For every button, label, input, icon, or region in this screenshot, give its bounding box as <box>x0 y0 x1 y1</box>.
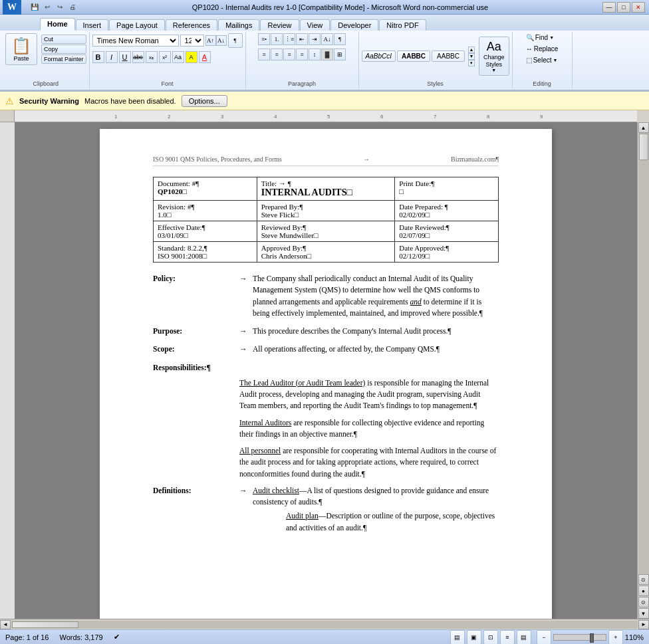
font-size-select[interactable]: 12 <box>180 35 204 47</box>
style-emphasis[interactable]: AaBbCcI <box>362 51 396 62</box>
bold-button[interactable]: B <box>92 51 104 63</box>
replace-button[interactable]: ↔ Replace <box>525 45 560 53</box>
tab-home[interactable]: Home <box>40 18 75 31</box>
h-scroll-track[interactable] <box>11 621 638 629</box>
line-spacing-button[interactable]: ↕ <box>309 49 321 60</box>
style-heading2[interactable]: AABBC <box>432 51 465 62</box>
view-fullscreen-button[interactable]: ▣ <box>467 630 481 645</box>
svg-text:4: 4 <box>274 114 277 120</box>
font-name-select[interactable]: Times New Roman <box>92 35 179 47</box>
italic-button[interactable]: I <box>106 51 118 63</box>
table-cell-doc-number: Document: #¶ QP1020□ <box>154 177 257 201</box>
zoom-slider[interactable] <box>553 634 606 641</box>
align-right-button[interactable]: ≡ <box>283 49 295 60</box>
h-scroll-thumb[interactable] <box>12 621 78 628</box>
maximize-button[interactable]: □ <box>617 2 630 13</box>
numbering-button[interactable]: 1. <box>271 33 283 45</box>
save-qa-button[interactable]: 💾 <box>29 2 40 13</box>
scroll-up-button[interactable]: ▲ <box>638 122 649 133</box>
styles-scroll-up[interactable]: ▲ <box>468 47 475 53</box>
clear-formatting-button[interactable]: ¶ <box>228 33 243 48</box>
horizontal-scrollbar[interactable]: ◄ ► <box>0 619 649 629</box>
minimize-button[interactable]: — <box>602 2 616 13</box>
security-warning-label: Security Warning <box>19 97 79 105</box>
zoom-out-button[interactable]: − <box>537 630 551 645</box>
font-content: Times New Roman 12 A↑ A↓ ¶ B I <box>92 33 243 79</box>
find-button[interactable]: 🔍 Find ▼ <box>525 33 555 42</box>
undo-qa-button[interactable]: ↩ <box>42 2 53 13</box>
scroll-thumb[interactable] <box>639 134 648 160</box>
style-heading1[interactable]: AABBC <box>397 51 430 62</box>
font-row2: B I U abc x₂ x² Aa A A <box>92 51 211 63</box>
subscript-button[interactable]: x₂ <box>146 51 158 63</box>
paste-button[interactable]: 📋 Paste <box>5 33 37 65</box>
tab-page-layout[interactable]: Page Layout <box>109 19 165 31</box>
styles-expand[interactable]: ▾ <box>468 60 475 66</box>
definitions-section: Definitions: → Audit checklist—A list of… <box>153 485 499 534</box>
tab-insert[interactable]: Insert <box>76 19 109 31</box>
document-page: ISO 9001 QMS Policies, Procedures, and F… <box>100 129 552 619</box>
bullets-button[interactable]: ≡• <box>258 33 270 45</box>
copy-button[interactable]: Copy <box>41 45 86 54</box>
print-qa-button[interactable]: 🖨 <box>67 2 78 13</box>
view-web-button[interactable]: ⊡ <box>483 630 498 645</box>
table-row: Effective Date:¶ 03/01/09□ Reviewed By:¶… <box>154 221 499 242</box>
text-highlight-button[interactable]: A <box>186 51 197 63</box>
borders-button[interactable]: ⊞ <box>334 49 346 60</box>
change-case-button[interactable]: Aa <box>172 51 184 63</box>
change-styles-button[interactable]: Aa ChangeStyles ▼ <box>479 37 509 76</box>
view-print-button[interactable]: ▤ <box>450 630 465 645</box>
decrease-indent-button[interactable]: ⇤ <box>296 33 308 45</box>
options-button[interactable]: Options... <box>182 95 227 107</box>
view-draft-button[interactable]: ▤ <box>517 630 531 645</box>
scroll-right-button[interactable]: ► <box>638 620 649 629</box>
shading-button[interactable]: ▓ <box>321 49 333 60</box>
style-items: AaBbCcI AABBC AABBC <box>362 51 465 62</box>
redo-qa-button[interactable]: ↪ <box>55 2 65 13</box>
cut-button[interactable]: Cut <box>41 35 86 44</box>
superscript-button[interactable]: x² <box>159 51 171 63</box>
view-outline-button[interactable]: ≡ <box>500 630 515 645</box>
responsibilities-block-3: All personnel are responsible for cooper… <box>239 445 499 480</box>
multilevel-button[interactable]: ⋮≡ <box>283 33 295 45</box>
decrease-font-button[interactable]: A↓ <box>216 35 227 46</box>
align-center-button[interactable]: ≡ <box>271 49 283 60</box>
underline-button[interactable]: U <box>119 51 131 63</box>
tab-review[interactable]: Review <box>260 19 299 31</box>
styles-scroll-down[interactable]: ▼ <box>468 53 475 60</box>
zoom-in-button[interactable]: + <box>608 630 623 645</box>
sort-button[interactable]: A↓ <box>321 33 333 45</box>
scroll-left-button[interactable]: ◄ <box>0 620 11 629</box>
close-button[interactable]: ✕ <box>632 2 645 13</box>
increase-indent-button[interactable]: ⇥ <box>309 33 321 45</box>
next-page-button[interactable]: ⊙ <box>638 597 649 607</box>
styles-scroll-controls: ▲ ▼ ▾ <box>468 47 475 66</box>
replace-icon: ↔ <box>526 45 533 53</box>
tab-view[interactable]: View <box>300 19 330 31</box>
security-warning-message: Macros have been disabled. <box>84 97 176 105</box>
ruler-svg: 1 2 3 4 5 6 7 8 9 <box>15 110 637 122</box>
purpose-label: Purpose: <box>153 326 239 337</box>
font-color-button[interactable]: A <box>199 51 211 63</box>
strikethrough-button[interactable]: abc <box>132 51 144 63</box>
tab-references[interactable]: References <box>166 19 217 31</box>
align-left-button[interactable]: ≡ <box>258 49 270 60</box>
select-browse-button[interactable]: ● <box>638 586 649 596</box>
scroll-track[interactable] <box>638 133 649 574</box>
tab-developer[interactable]: Developer <box>330 19 378 31</box>
ruler-area: 1 2 3 4 5 6 7 8 9 <box>0 110 649 122</box>
increase-font-button[interactable]: A↑ <box>205 35 216 46</box>
tab-nitro-pdf[interactable]: Nitro PDF <box>379 19 426 31</box>
justify-button[interactable]: ≡ <box>296 49 308 60</box>
security-warning-bar: ⚠ Security Warning Macros have been disa… <box>0 92 649 110</box>
find-icon: 🔍 <box>526 34 534 41</box>
format-painter-button[interactable]: Format Painter <box>41 54 86 64</box>
vertical-scrollbar[interactable]: ▲ ⊙ ● ⊙ ▼ <box>637 122 649 619</box>
scroll-down-button[interactable]: ▼ <box>638 608 649 619</box>
zoom-thumb[interactable] <box>590 633 594 643</box>
select-button[interactable]: ⬚ Select ▼ <box>525 56 559 64</box>
document-scroll-area[interactable]: ISO 9001 QMS Policies, Procedures, and F… <box>15 122 637 619</box>
prev-page-button[interactable]: ⊙ <box>638 574 649 585</box>
tab-mailings[interactable]: Mailings <box>218 19 259 31</box>
show-hide-button[interactable]: ¶ <box>334 33 346 45</box>
